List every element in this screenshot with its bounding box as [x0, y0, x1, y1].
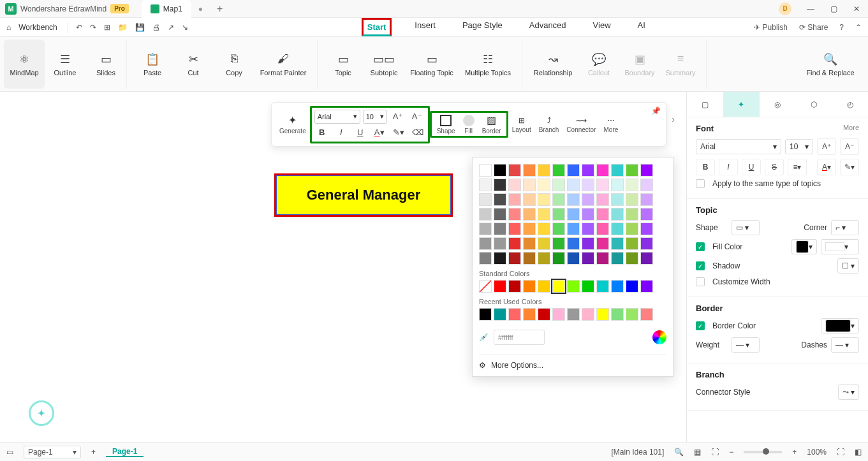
- color-swatch[interactable]: [538, 164, 550, 177]
- more-options-button[interactable]: ⚙ More Options...: [479, 354, 666, 370]
- sp-underline[interactable]: U: [742, 159, 761, 175]
- pages-icon[interactable]: ▭: [6, 448, 13, 457]
- color-swatch[interactable]: [611, 223, 624, 235]
- sp-tab-tag[interactable]: ◎: [760, 92, 796, 117]
- tab-ai[interactable]: AI: [634, 18, 649, 36]
- color-swatch[interactable]: [508, 308, 521, 321]
- font-decrease-icon[interactable]: A⁻: [409, 110, 425, 124]
- sp-align[interactable]: ≡▾: [788, 159, 807, 175]
- color-swatch[interactable]: [611, 179, 624, 191]
- font-color-icon[interactable]: A▾: [371, 126, 388, 140]
- page-select[interactable]: Page-1▾: [24, 446, 81, 458]
- pin-icon[interactable]: 📌: [651, 106, 661, 115]
- color-swatch[interactable]: [508, 208, 521, 221]
- color-swatch[interactable]: [640, 252, 653, 265]
- color-swatch[interactable]: [494, 208, 506, 221]
- fillcolor-sel2[interactable]: ▾: [821, 239, 859, 254]
- color-swatch[interactable]: [523, 237, 536, 250]
- import-icon[interactable]: ↘: [182, 23, 188, 32]
- color-swatch[interactable]: [640, 237, 653, 250]
- collapse-ribbon-icon[interactable]: ⌃: [855, 23, 862, 32]
- floating-topic-button[interactable]: ▭Floating Topic: [404, 50, 459, 79]
- color-swatch[interactable]: [538, 179, 550, 191]
- color-swatch[interactable]: [626, 308, 638, 321]
- color-swatch[interactable]: [626, 223, 638, 235]
- color-swatch[interactable]: [626, 193, 638, 206]
- color-swatch[interactable]: [567, 164, 580, 177]
- sp-italic[interactable]: I: [719, 159, 738, 175]
- color-swatch[interactable]: [479, 164, 492, 177]
- callout-button[interactable]: 💬Callout: [578, 50, 619, 79]
- color-swatch[interactable]: [611, 308, 624, 321]
- branch-button[interactable]: ⤴Branch: [535, 116, 563, 133]
- color-swatch[interactable]: [640, 164, 653, 177]
- relationship-button[interactable]: ↝Relationship: [527, 50, 578, 79]
- sp-font-inc[interactable]: A⁺: [817, 138, 836, 155]
- add-page-button[interactable]: +: [91, 448, 96, 457]
- color-swatch[interactable]: [508, 237, 521, 250]
- zoom-out-icon[interactable]: −: [729, 448, 733, 457]
- undo-icon[interactable]: ↶: [76, 23, 82, 32]
- shape-button[interactable]: Shape: [433, 114, 459, 135]
- color-swatch[interactable]: [494, 223, 506, 235]
- layout-button[interactable]: ⊞Layout: [508, 116, 535, 133]
- font-size-select[interactable]: 10 ▾: [363, 110, 387, 124]
- view-slides[interactable]: ▭Slides: [85, 40, 126, 89]
- color-swatch[interactable]: [582, 193, 594, 206]
- sp-tab-style[interactable]: ✦: [723, 92, 760, 117]
- color-swatch[interactable]: [523, 193, 536, 206]
- page-tab[interactable]: Page-1: [106, 447, 143, 457]
- color-swatch[interactable]: [596, 252, 609, 265]
- color-swatch[interactable]: [582, 179, 594, 191]
- color-swatch[interactable]: [611, 280, 624, 293]
- apply-checkbox[interactable]: [696, 179, 705, 188]
- fillcolor-sel1[interactable]: ▾: [791, 239, 817, 254]
- color-swatch[interactable]: [596, 164, 609, 177]
- color-swatch[interactable]: [640, 280, 653, 293]
- hex-input[interactable]: [494, 330, 545, 345]
- color-swatch[interactable]: [523, 164, 536, 177]
- topic-button[interactable]: ▭Topic: [323, 50, 364, 79]
- color-swatch[interactable]: [640, 179, 653, 191]
- new-icon[interactable]: ⊞: [104, 23, 110, 32]
- connector-button[interactable]: ⟿Connector: [563, 116, 600, 133]
- color-swatch[interactable]: [596, 208, 609, 221]
- color-swatch[interactable]: [538, 208, 550, 221]
- view-outline[interactable]: ☰Outline: [45, 40, 85, 89]
- fill-button[interactable]: Fill: [459, 114, 478, 135]
- multiple-topics-button[interactable]: ☷Multiple Topics: [459, 50, 517, 79]
- sp-strike[interactable]: S: [765, 159, 784, 175]
- color-swatch[interactable]: [494, 280, 506, 293]
- color-swatch[interactable]: [538, 308, 550, 321]
- color-swatch[interactable]: [582, 208, 594, 221]
- color-swatch[interactable]: [494, 179, 506, 191]
- color-swatch[interactable]: [479, 237, 492, 250]
- color-swatch[interactable]: [494, 193, 506, 206]
- color-swatch[interactable]: [552, 193, 565, 206]
- new-tab-button[interactable]: +: [217, 3, 223, 15]
- color-swatch[interactable]: [494, 308, 506, 321]
- sp-font-family[interactable]: Arial▾: [696, 139, 781, 154]
- weight-sel[interactable]: — ▾: [732, 337, 760, 353]
- home-icon[interactable]: ⌂: [6, 23, 11, 32]
- color-swatch[interactable]: [538, 252, 550, 265]
- color-swatch[interactable]: [567, 223, 580, 235]
- color-swatch[interactable]: [552, 280, 565, 293]
- color-swatch[interactable]: [626, 237, 638, 250]
- color-swatch[interactable]: [552, 252, 565, 265]
- color-swatch[interactable]: [552, 179, 565, 191]
- eyedropper-icon[interactable]: 💉: [479, 333, 489, 342]
- color-swatch[interactable]: [640, 223, 653, 235]
- color-swatch[interactable]: [582, 280, 594, 293]
- color-swatch[interactable]: [567, 179, 580, 191]
- color-swatch[interactable]: [567, 252, 580, 265]
- color-swatch[interactable]: [523, 223, 536, 235]
- color-swatch[interactable]: [596, 223, 609, 235]
- color-swatch[interactable]: [567, 308, 580, 321]
- color-swatch[interactable]: [538, 237, 550, 250]
- color-swatch[interactable]: [508, 280, 521, 293]
- export-icon[interactable]: ↗: [168, 23, 174, 32]
- fit-icon[interactable]: ⛶: [711, 448, 719, 457]
- paste-button[interactable]: 📋Paste: [132, 50, 173, 79]
- italic-icon[interactable]: I: [333, 126, 349, 140]
